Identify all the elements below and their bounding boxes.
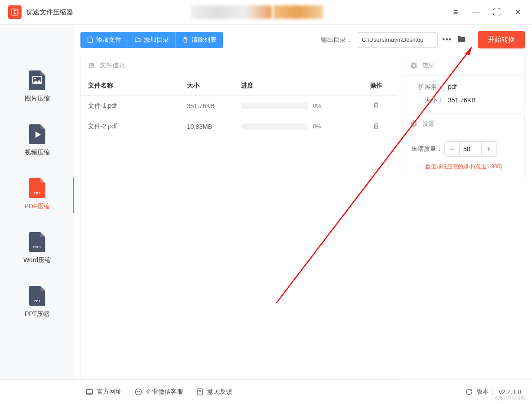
menu-icon[interactable]: ≡: [449, 8, 462, 17]
close-icon[interactable]: ✕: [511, 7, 524, 17]
info-header: 信息: [422, 61, 434, 70]
sidebar-item-video[interactable]: 视频压缩: [0, 119, 74, 164]
chat-icon: [134, 388, 142, 396]
sidebar-item-ppt[interactable]: PPT PPT压缩: [0, 281, 74, 325]
file-name-cell: 文件-2.pdf: [88, 123, 187, 131]
file-name-cell: 文件-1.pdf: [88, 102, 187, 110]
output-path-field[interactable]: C:\Users\mayn\Desktop: [357, 32, 438, 48]
gear-icon: [410, 62, 417, 69]
progress-cell: 0%: [241, 123, 363, 130]
trash-icon: [372, 101, 380, 109]
progress-bar: [241, 123, 308, 130]
sidebar-item-label: 图片压缩: [0, 95, 74, 103]
minimize-icon[interactable]: —: [470, 8, 483, 17]
version-label: 版本：: [476, 388, 495, 396]
svg-point-5: [137, 391, 138, 392]
progress-bar: [241, 103, 308, 109]
image-icon: [88, 62, 95, 69]
quality-hint: 数值越低压缩的越小(范围1-300): [411, 163, 516, 171]
file-icon: [87, 36, 93, 43]
table-header: 文件名称 大小 进度 操作: [81, 76, 397, 95]
start-convert-button[interactable]: 开始转换: [478, 31, 525, 48]
table-row[interactable]: 文件-2.pdf 10.83MB 0%: [81, 116, 397, 136]
sidebar-item-word[interactable]: DOC Word压缩: [0, 227, 74, 272]
ext-value: pdf: [448, 83, 457, 91]
quality-increase-button[interactable]: +: [482, 142, 496, 156]
quality-label: 压缩质量：: [411, 145, 443, 153]
official-site-link[interactable]: 官方网址: [85, 388, 122, 396]
trash-icon: [182, 36, 189, 43]
quality-input[interactable]: [459, 142, 482, 156]
feedback-link[interactable]: 意见反馈: [196, 388, 232, 396]
sidebar-item-label: 视频压缩: [0, 149, 74, 157]
toolbar: 添加文件 添加目录 清除列表 输出目录： C:\Users\mayn\Deskt…: [80, 31, 525, 48]
file-list-panel: 文件信息 文件名称 大小 进度 操作 文件-1.pdf 351.76KB 0%: [80, 55, 397, 379]
file-size-cell: 10.83MB: [187, 123, 241, 130]
feedback-icon: [196, 388, 204, 396]
info-block: 信息 扩展名： pdf 大小： 351.76KB: [403, 55, 525, 112]
footer: 官方网址 企业微信客服 意见反馈 版本： v2.2.1.0: [0, 379, 532, 404]
quality-stepper: − +: [444, 141, 497, 157]
folder-icon: [134, 36, 141, 43]
sidebar-item-pdf[interactable]: PDF PDF压缩: [0, 173, 74, 218]
refresh-icon[interactable]: [466, 388, 473, 395]
header-banner: [191, 5, 323, 19]
progress-cell: 0%: [241, 102, 363, 109]
output-dir-label: 输出目录：: [321, 36, 352, 44]
file-panel-title: 文件信息: [100, 61, 125, 70]
trash-icon: [372, 122, 380, 130]
clear-list-button[interactable]: 清除列表: [175, 32, 223, 48]
settings-block: 设置 压缩质量： − + 数值越低压缩的越小(范围1-300): [403, 113, 525, 178]
sidebar-item-label: PPT压缩: [0, 310, 74, 318]
size-label: 大小：: [411, 97, 443, 105]
sidebar: 图片压缩 视频压缩 PDF PDF压缩 DOC Word压缩 PPT PPT压缩: [0, 25, 74, 379]
globe-icon: [85, 388, 93, 396]
open-folder-icon[interactable]: [457, 34, 466, 46]
svg-point-2: [90, 64, 92, 66]
browse-button[interactable]: •••: [442, 35, 452, 44]
delete-row-button[interactable]: [363, 101, 390, 110]
add-dir-button[interactable]: 添加目录: [128, 32, 175, 48]
file-size-cell: 351.76KB: [187, 102, 241, 110]
maximize-icon[interactable]: ⛶: [491, 8, 503, 17]
titlebar: 优速文件压缩器 ≡ — ⛶ ✕: [0, 0, 532, 25]
app-logo-icon: [8, 5, 22, 19]
wechat-support-link[interactable]: 企业微信客服: [134, 388, 183, 396]
settings-header: 设置: [422, 120, 434, 128]
svg-point-4: [135, 389, 142, 395]
quality-decrease-button[interactable]: −: [445, 142, 459, 156]
watermark: @51CTO博客: [495, 395, 526, 401]
gear-icon: [410, 120, 417, 127]
table-row[interactable]: 文件-1.pdf 351.76KB 0%: [81, 95, 397, 116]
delete-row-button[interactable]: [363, 122, 390, 131]
add-file-button[interactable]: 添加文件: [80, 32, 128, 48]
sidebar-item-label: PDF压缩: [0, 202, 74, 211]
sidebar-item-image[interactable]: 图片压缩: [0, 65, 74, 110]
ext-label: 扩展名：: [411, 83, 443, 91]
size-value: 351.76KB: [448, 97, 476, 105]
app-title: 优速文件压缩器: [26, 8, 73, 17]
svg-point-6: [139, 391, 140, 392]
sidebar-item-label: Word压缩: [0, 256, 74, 264]
